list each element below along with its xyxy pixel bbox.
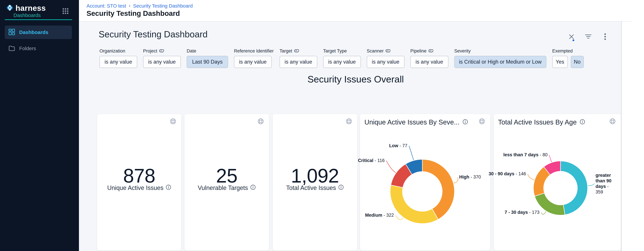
filter-severity: Severity is Critical or High or Medium o… xyxy=(454,48,546,68)
stat-card-unique-active-issues: 878 Unique Active Issues xyxy=(97,114,181,250)
filter-value-target-type[interactable]: is any value xyxy=(323,56,361,68)
harness-logo[interactable]: harness xyxy=(5,3,46,13)
filter-label: Scanner xyxy=(367,48,384,54)
filter-icon[interactable] xyxy=(584,33,592,40)
filter-value-organization[interactable]: is any value xyxy=(100,56,137,68)
stat-value: 878 xyxy=(97,165,181,187)
filter-project: Project is any value xyxy=(143,48,181,68)
link-icon xyxy=(294,48,299,54)
filter-bar: Organization is any value Project is any… xyxy=(100,48,584,68)
filter-label: Project xyxy=(143,48,157,54)
sidebar-divider xyxy=(5,19,72,20)
donut-slice-greater-than-90-days xyxy=(560,161,588,215)
filter-value-pipeline[interactable]: is any value xyxy=(410,56,448,68)
sidebar-item-dashboards[interactable]: Dashboards xyxy=(5,25,72,39)
dashboard-title: Security Testing Dashboard xyxy=(99,29,208,39)
filter-value-severity[interactable]: is Critical or High or Medium or Low xyxy=(454,56,546,68)
sidebar-item-folders[interactable]: Folders xyxy=(5,42,72,55)
globe-icon[interactable] xyxy=(258,118,264,125)
stat-value: 25 xyxy=(184,165,269,187)
filter-organization: Organization is any value xyxy=(100,48,137,68)
donut-label: Low - 77 xyxy=(389,143,407,149)
grid-icon[interactable] xyxy=(62,8,68,14)
chart-card-unique-active-issues-by-severity: Unique Active Issues By Seve... High - 3… xyxy=(360,114,490,250)
link-icon xyxy=(428,48,434,54)
filter-value-target[interactable]: is any value xyxy=(280,56,317,68)
chevron-right-icon: › xyxy=(129,3,130,8)
stat-card-total-active-issues: 1,092 Total Active Issues xyxy=(273,114,357,250)
donut-label: greater than 90 days - 359 xyxy=(596,173,613,195)
donut-label: less than 7 days - 80 xyxy=(503,152,548,158)
stat-label-text: Vulnerable Targets xyxy=(198,184,248,192)
filter-label: Reference Identifier xyxy=(234,48,274,54)
filter-date: Date Last 90 Days xyxy=(187,48,228,68)
globe-icon[interactable] xyxy=(170,118,176,125)
folder-icon xyxy=(8,45,15,52)
filter-label: Organization xyxy=(100,48,125,54)
sidebar-item-label: Dashboards xyxy=(19,29,48,35)
breadcrumb-account[interactable]: Account: STO test xyxy=(86,3,126,9)
donut-label: 7 - 30 days - 173 xyxy=(505,210,540,215)
link-icon xyxy=(159,48,164,54)
section-title: Security Issues Overall xyxy=(79,74,632,85)
stat-label: Unique Active Issues xyxy=(97,184,181,192)
severity-donut-chart[interactable]: High - 370Medium - 322Critical - 116Low … xyxy=(360,114,490,250)
right-panel-strip xyxy=(621,21,632,251)
sidebar-item-label: Folders xyxy=(19,46,36,51)
donut-slice-high xyxy=(422,159,454,219)
brand-name: harness xyxy=(16,3,46,13)
stat-label-text: Total Active Issues xyxy=(286,184,336,192)
dashboard-actions xyxy=(568,33,609,40)
filter-scanner: Scanner is any value xyxy=(367,48,404,68)
close-icon[interactable] xyxy=(568,33,575,40)
donut-label: High - 370 xyxy=(459,174,481,180)
filter-label: Exempted xyxy=(552,48,573,54)
filter-value-scanner[interactable]: is any value xyxy=(367,56,404,68)
age-donut-chart[interactable]: greater than 90 days - 3597 - 30 days - … xyxy=(494,114,621,250)
filter-reference-identifier: Reference Identifier is any value xyxy=(234,48,274,68)
filter-target: Target is any value xyxy=(280,48,317,68)
donut-label: 30 - 90 days - 146 xyxy=(489,171,526,177)
globe-icon[interactable] xyxy=(346,118,352,125)
stat-label-text: Unique Active Issues xyxy=(107,184,164,192)
filter-pipeline: Pipeline is any value xyxy=(410,48,448,68)
main-content: Security Testing Dashboard Organization … xyxy=(79,21,632,251)
info-icon[interactable] xyxy=(250,184,256,192)
stat-value: 1,092 xyxy=(273,165,357,187)
harness-logo-icon xyxy=(5,3,14,13)
filter-exempted: Exempted Yes No xyxy=(552,48,584,68)
donut-label: Critical - 116 xyxy=(358,158,384,163)
mouse-cursor-dot xyxy=(572,39,574,41)
brand-module-label: Dashboards xyxy=(14,12,41,18)
filter-value-reference-identifier[interactable]: is any value xyxy=(234,56,272,68)
info-icon[interactable] xyxy=(166,184,171,192)
breadcrumb-dashboard[interactable]: Security Testing Dashboard xyxy=(133,3,193,9)
link-icon xyxy=(386,48,391,54)
donut-label: Medium - 322 xyxy=(365,213,394,218)
filter-label: Severity xyxy=(454,48,471,54)
top-header: Account: STO test › Security Testing Das… xyxy=(79,0,632,21)
exempted-no-button[interactable]: No xyxy=(571,56,584,68)
filter-target-type: Target Type is any value xyxy=(323,48,361,68)
breadcrumb: Account: STO test › Security Testing Das… xyxy=(86,3,193,9)
filter-label: Date xyxy=(187,48,196,54)
kebab-icon[interactable] xyxy=(602,33,609,40)
filter-value-date[interactable]: Last 90 Days xyxy=(187,56,228,68)
filter-label: Target Type xyxy=(323,48,347,54)
page-title: Security Testing Dashboard xyxy=(86,9,180,17)
filter-label: Target xyxy=(280,48,292,54)
stat-label: Total Active Issues xyxy=(273,184,357,192)
info-icon[interactable] xyxy=(338,184,344,192)
filter-value-project[interactable]: is any value xyxy=(143,56,181,68)
stat-label: Vulnerable Targets xyxy=(184,184,269,192)
exempted-yes-button[interactable]: Yes xyxy=(552,56,568,68)
dashboards-icon xyxy=(8,29,15,36)
sidebar: harness Dashboards Dashboards Folders xyxy=(0,0,79,251)
stat-card-vulnerable-targets: 25 Vulnerable Targets xyxy=(184,114,269,250)
filter-label: Pipeline xyxy=(410,48,426,54)
chart-card-total-active-issues-by-age: Total Active Issues By Age greater than … xyxy=(494,114,621,250)
